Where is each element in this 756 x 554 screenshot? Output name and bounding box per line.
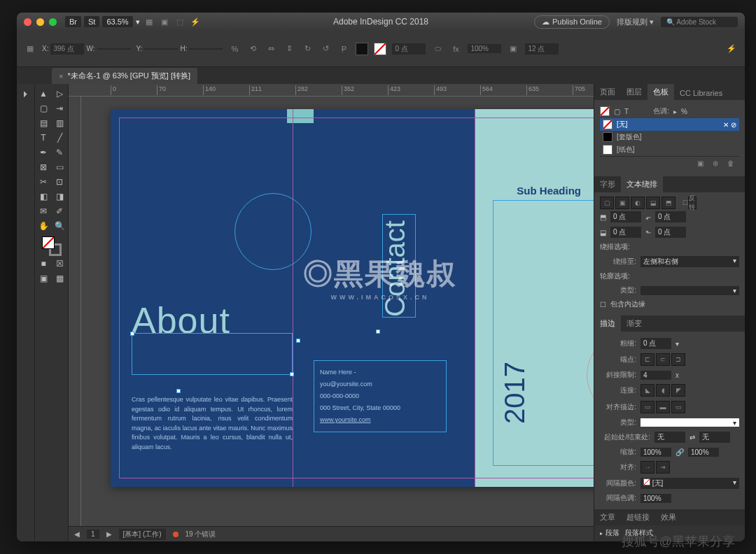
- wrap-bottom-field[interactable]: 0 点: [610, 227, 641, 238]
- stock-button[interactable]: St: [84, 16, 99, 27]
- scale-icon[interactable]: %: [228, 43, 241, 55]
- tab-effects[interactable]: 效果: [655, 509, 682, 525]
- swatch-registration[interactable]: [套版色]: [600, 131, 739, 143]
- scissors-tool-icon[interactable]: ✂: [36, 175, 51, 189]
- fill-proxy-icon[interactable]: [600, 106, 610, 116]
- tab-hyperlinks[interactable]: 超链接: [621, 509, 655, 525]
- h-field[interactable]: [189, 48, 223, 50]
- screen-mode-icon[interactable]: ▣: [158, 15, 171, 28]
- note-tool-icon[interactable]: ✉: [36, 204, 51, 218]
- publish-online-button[interactable]: ☁ Publish Online: [534, 15, 610, 29]
- sub-heading-text[interactable]: Sub Heading: [517, 185, 581, 197]
- tab-swatches[interactable]: 色板: [648, 84, 674, 100]
- align-inside-icon[interactable]: ▬: [656, 401, 670, 413]
- view-options-icon[interactable]: ▦: [143, 15, 155, 28]
- tab-story[interactable]: 文章: [594, 509, 621, 525]
- tint-slider-icon[interactable]: ▸: [673, 108, 677, 115]
- type-tool-icon[interactable]: T: [36, 131, 51, 145]
- ref-point-icon[interactable]: ▦: [24, 43, 36, 55]
- cap-proj-icon[interactable]: ⊐: [671, 353, 685, 366]
- join-bevel-icon[interactable]: ◤: [671, 384, 685, 397]
- tab-stroke[interactable]: 描边: [594, 315, 621, 332]
- wrap-none-icon[interactable]: ▢: [600, 197, 614, 209]
- scale-end[interactable]: 100%: [688, 448, 719, 457]
- document-tab[interactable]: × *未命名-1 @ 63% [GPU 预览] [转换]: [52, 68, 197, 84]
- rotate-icon[interactable]: ⟲: [246, 43, 259, 55]
- contact-info-frame[interactable]: Name Here - you@yoursite.com 000-000-000…: [314, 360, 447, 432]
- rectangle-tool-icon[interactable]: ▭: [52, 160, 67, 174]
- wrap-bbox-icon[interactable]: ▣: [615, 197, 629, 209]
- stroke-swatch[interactable]: [374, 43, 386, 55]
- stroke-weight-field[interactable]: 0 点: [640, 338, 671, 349]
- stroke-type-dropdown[interactable]: ▾: [640, 418, 739, 427]
- align-center-icon[interactable]: ▭: [640, 401, 654, 413]
- swatch-paper[interactable]: [纸色]: [600, 143, 739, 156]
- pencil-tool-icon[interactable]: ✎: [52, 145, 67, 159]
- document-page[interactable]: About Contact Sub Heading 2017 Cras pell…: [111, 109, 594, 487]
- join-round-icon[interactable]: ◖: [656, 384, 670, 397]
- zoom-tool-icon[interactable]: 🔍: [52, 219, 67, 233]
- wrap-top-field[interactable]: 0 点: [610, 211, 641, 222]
- miter-limit-field[interactable]: 4: [640, 371, 671, 380]
- rectangle-frame-icon[interactable]: ⊠: [36, 160, 51, 174]
- arrange-icon[interactable]: ⬚: [174, 15, 186, 28]
- gap-tint-field[interactable]: 100%: [640, 494, 671, 503]
- selection-handle[interactable]: [296, 339, 300, 343]
- content-collector-icon[interactable]: ▤: [36, 116, 51, 130]
- vertical-ruler[interactable]: [69, 97, 81, 526]
- direct-selection-tool-icon[interactable]: ▷: [52, 87, 67, 101]
- indent-field[interactable]: 12 点: [525, 43, 559, 55]
- selection-tool-icon[interactable]: ▲: [36, 87, 51, 101]
- gradient-swatch-icon[interactable]: ◧: [36, 190, 51, 204]
- text-frame-1[interactable]: [132, 333, 293, 375]
- wrap-left-field[interactable]: 0 点: [655, 211, 686, 222]
- wrap-jumpnext-icon[interactable]: ⬒: [662, 197, 676, 209]
- join-miter-icon[interactable]: ◣: [640, 384, 654, 397]
- next-spread-icon[interactable]: ▶: [106, 530, 112, 538]
- arrow-align-1-icon[interactable]: →: [640, 461, 654, 474]
- adobe-stock-search[interactable]: 🔍 Adobe Stock: [661, 17, 738, 27]
- bolt-icon[interactable]: ⚡: [189, 15, 202, 28]
- tab-glyphs[interactable]: 字形: [594, 176, 621, 192]
- close-tab-icon[interactable]: ×: [59, 72, 63, 80]
- text-frame-2[interactable]: [493, 200, 594, 466]
- zoom-dropdown-icon[interactable]: ▾: [136, 17, 140, 27]
- lightning-icon[interactable]: ⚡: [725, 43, 738, 55]
- rotate-cw-icon[interactable]: ↻: [301, 43, 314, 55]
- page-number-field[interactable]: 1: [87, 530, 99, 539]
- gradient-feather-icon[interactable]: ◨: [52, 190, 67, 204]
- fill-color-icon[interactable]: [42, 236, 55, 249]
- preview-mode-icon[interactable]: ▦: [52, 271, 67, 285]
- contour-type-dropdown[interactable]: ▾: [640, 286, 739, 295]
- fx-button[interactable]: fx: [449, 43, 462, 55]
- scale-start[interactable]: 100%: [640, 448, 671, 457]
- line-tool-icon[interactable]: ╱: [52, 131, 67, 145]
- delete-swatch-icon[interactable]: 🗑: [725, 159, 736, 169]
- apply-none-icon[interactable]: ☒: [52, 257, 67, 271]
- fill-stroke-indicator[interactable]: [42, 236, 62, 256]
- hand-tool-icon[interactable]: ✋: [36, 219, 51, 233]
- eyedropper-tool-icon[interactable]: ✐: [52, 204, 67, 218]
- gap-tool-icon[interactable]: ⇥: [52, 101, 67, 115]
- preflight-error-icon[interactable]: [173, 532, 178, 537]
- selection-handle[interactable]: [176, 389, 181, 393]
- flip-h-icon[interactable]: ⇔: [265, 43, 277, 55]
- tab-layers[interactable]: 图层: [621, 84, 648, 100]
- wrap-jump-icon[interactable]: ⬓: [646, 197, 660, 209]
- swatch-none[interactable]: [无]✕ ⊘: [600, 118, 739, 131]
- content-placer-icon[interactable]: ▥: [52, 116, 67, 130]
- contact-heading[interactable]: Contact: [382, 214, 416, 318]
- zoom-level[interactable]: 63.5%: [102, 16, 132, 27]
- page-tool-icon[interactable]: ▢: [36, 101, 51, 115]
- arrow-align-2-icon[interactable]: ⇥: [656, 461, 670, 474]
- normal-view-icon[interactable]: ▣: [36, 271, 51, 285]
- free-transform-icon[interactable]: ⊡: [52, 175, 67, 189]
- horizontal-ruler[interactable]: 070 140211 282352 423493 564635 705: [69, 84, 594, 97]
- text-formatting-icon[interactable]: T: [624, 108, 629, 115]
- rotate-ccw-icon[interactable]: ↺: [319, 43, 332, 55]
- minimize-icon[interactable]: [36, 18, 44, 26]
- opacity-field[interactable]: 100%: [468, 44, 501, 53]
- new-group-icon[interactable]: ▣: [694, 159, 706, 169]
- fill-swatch[interactable]: [356, 43, 368, 55]
- start-arrow[interactable]: 无: [654, 432, 685, 443]
